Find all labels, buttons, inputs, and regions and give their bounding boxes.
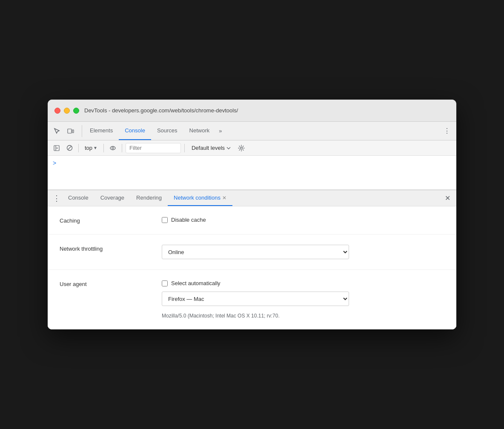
- disable-cache-row: Disable cache: [162, 217, 444, 223]
- toolbar-separator-4: [184, 144, 185, 152]
- settings-button[interactable]: [236, 143, 247, 154]
- disable-cache-label[interactable]: Disable cache: [171, 217, 206, 223]
- svg-point-7: [110, 146, 115, 150]
- devtools-toolbar: Elements Console Sources Network » ⋮: [48, 122, 456, 140]
- clear-console-button[interactable]: [64, 143, 75, 154]
- drawer-tab-console[interactable]: Console: [62, 190, 94, 206]
- console-prompt-chevron[interactable]: >: [53, 160, 56, 166]
- window-title: DevTools - developers.google.com/web/too…: [84, 107, 238, 114]
- inspect-element-button[interactable]: [51, 125, 63, 137]
- more-tabs-button[interactable]: »: [215, 128, 225, 134]
- throttling-select[interactable]: Online Fast 3G Slow 3G Offline Add…: [162, 245, 349, 259]
- toolbar-separator: [78, 144, 79, 152]
- chevron-down-icon: [226, 147, 231, 149]
- drawer: ⋮ Console Coverage Rendering Network con…: [48, 190, 456, 329]
- live-expressions-button[interactable]: [107, 143, 118, 154]
- caching-row: Caching Disable cache: [48, 206, 456, 235]
- user-agent-label: User agent: [60, 280, 162, 287]
- drawer-tab-network-conditions[interactable]: Network conditions ✕: [168, 190, 232, 206]
- drawer-tab-rendering[interactable]: Rendering: [130, 190, 168, 206]
- context-selector[interactable]: top ▼: [82, 143, 100, 153]
- network-conditions-content: Caching Disable cache Network throttling…: [48, 206, 456, 329]
- select-auto-checkbox[interactable]: [162, 280, 168, 286]
- svg-point-8: [112, 147, 114, 149]
- maximize-button[interactable]: [73, 108, 79, 114]
- svg-rect-1: [72, 130, 74, 133]
- toolbar-right: ⋮: [441, 125, 453, 137]
- select-auto-label[interactable]: Select automatically: [171, 280, 220, 286]
- toolbar-icons: [51, 125, 82, 137]
- close-network-conditions-tab[interactable]: ✕: [222, 195, 226, 201]
- console-content: >: [48, 156, 456, 190]
- toolbar-separator-3: [122, 144, 122, 152]
- tab-network[interactable]: Network: [183, 122, 216, 140]
- svg-marker-4: [57, 147, 58, 149]
- title-bar: DevTools - developers.google.com/web/too…: [48, 100, 456, 122]
- disable-cache-checkbox[interactable]: [162, 217, 168, 223]
- log-levels-button[interactable]: Default levels: [188, 143, 234, 153]
- drawer-tabs: ⋮ Console Coverage Rendering Network con…: [48, 190, 456, 206]
- svg-line-6: [68, 146, 71, 150]
- tab-console[interactable]: Console: [119, 122, 151, 140]
- user-agent-row: User agent Select automatically Firefox …: [48, 270, 456, 329]
- drawer-more-button[interactable]: ⋮: [51, 193, 62, 204]
- toolbar-separator-2: [103, 144, 104, 152]
- tab-sources[interactable]: Sources: [151, 122, 183, 140]
- throttling-controls: Online Fast 3G Slow 3G Offline Add…: [162, 245, 444, 259]
- select-auto-row: Select automatically: [162, 280, 444, 286]
- console-toolbar: top ▼ Default levels: [48, 140, 456, 156]
- device-toolbar-button[interactable]: [65, 125, 77, 137]
- svg-point-9: [241, 147, 243, 149]
- user-agent-select[interactable]: Firefox — Mac Chrome — Mac Safari — Mac …: [162, 292, 349, 306]
- user-agent-controls: Select automatically Firefox — Mac Chrom…: [162, 280, 444, 319]
- traffic-lights: [54, 108, 79, 114]
- throttling-label: Network throttling: [60, 245, 162, 252]
- sidebar-toggle-button[interactable]: [51, 143, 62, 154]
- drawer-tab-coverage[interactable]: Coverage: [94, 190, 130, 206]
- minimize-button[interactable]: [64, 108, 70, 114]
- svg-rect-0: [68, 129, 72, 133]
- ua-string: Mozilla/5.0 (Macintosh; Intel Mac OS X 1…: [162, 313, 349, 319]
- tab-elements[interactable]: Elements: [84, 122, 119, 140]
- devtools-menu-button[interactable]: ⋮: [441, 125, 453, 137]
- devtools-tabs: Elements Console Sources Network »: [84, 122, 441, 140]
- caching-controls: Disable cache: [162, 217, 444, 223]
- close-button[interactable]: [54, 108, 60, 114]
- close-drawer-button[interactable]: ✕: [442, 193, 453, 204]
- caching-label: Caching: [60, 217, 162, 224]
- throttling-row: Network throttling Online Fast 3G Slow 3…: [48, 235, 456, 270]
- filter-input[interactable]: [126, 143, 181, 153]
- devtools-window: DevTools - developers.google.com/web/too…: [48, 100, 456, 329]
